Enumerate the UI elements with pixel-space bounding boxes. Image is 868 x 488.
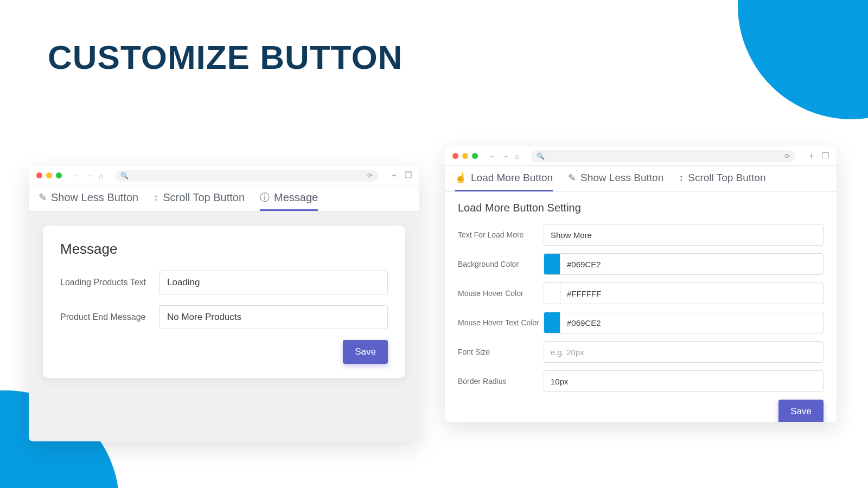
url-bar[interactable]: 🔍 ⟳ (115, 170, 378, 182)
tab-load-more-button[interactable]: ☝ Load More Button (455, 166, 553, 191)
card-title: Message (60, 241, 388, 258)
tab-scroll-top-button[interactable]: ↕ Scroll Top Button (154, 185, 245, 211)
border-radius-input[interactable] (544, 370, 824, 392)
tab-label: Scroll Top Button (688, 172, 765, 184)
browser-chrome: ← → ⌂ 🔍 ⟳ ＋ ❐ (29, 166, 419, 185)
tabs-icon[interactable]: ❐ (822, 151, 829, 161)
new-tab-icon[interactable]: ＋ (807, 151, 815, 161)
section-title: Load More Button Setting (458, 202, 824, 214)
background-color-input[interactable] (560, 253, 824, 275)
cursor-click-icon: ☝ (455, 172, 467, 184)
tab-label: Load More Button (471, 172, 553, 184)
home-icon[interactable]: ⌂ (99, 171, 103, 180)
minimize-dot-icon[interactable] (46, 172, 52, 178)
alert-circle-icon: ⓘ (260, 191, 270, 204)
hover-color-input[interactable] (560, 282, 824, 304)
tabs-icon[interactable]: ❐ (405, 170, 412, 181)
back-icon[interactable]: ← (73, 171, 80, 180)
save-button[interactable]: Save (778, 400, 824, 422)
home-icon[interactable]: ⌂ (515, 152, 519, 160)
minimize-dot-icon[interactable] (462, 153, 468, 159)
search-icon: 🔍 (120, 172, 129, 179)
tabs-bar: ✎ Show Less Button ↕ Scroll Top Button ⓘ… (29, 185, 419, 211)
scroll-vertical-icon: ↕ (679, 172, 684, 184)
end-message-input[interactable] (159, 305, 388, 329)
tab-message[interactable]: ⓘ Message (260, 185, 318, 211)
tab-scroll-top-button[interactable]: ↕ Scroll Top Button (679, 166, 765, 191)
page-title: CUSTOMIZE BUTTON (48, 38, 403, 76)
close-dot-icon[interactable] (452, 153, 458, 159)
hover-color-label: Mouse Hover Color (458, 289, 544, 298)
hover-color-swatch[interactable] (544, 282, 560, 304)
back-icon[interactable]: ← (489, 152, 496, 160)
forward-icon[interactable]: → (86, 171, 93, 180)
browser-chrome: ← → ⌂ 🔍 ⟳ ＋ ❐ (445, 146, 837, 166)
traffic-lights (452, 153, 478, 159)
search-icon: 🔍 (537, 152, 545, 160)
window-load-more-settings: ← → ⌂ 🔍 ⟳ ＋ ❐ ☝ Load More Button ✎ Show … (445, 146, 837, 422)
tabs-bar: ☝ Load More Button ✎ Show Less Button ↕ … (445, 166, 837, 192)
maximize-dot-icon[interactable] (56, 172, 62, 178)
tab-label: Message (274, 191, 318, 204)
end-message-label: Product End Message (60, 312, 159, 322)
message-card: Message Loading Products Text Product En… (43, 226, 405, 378)
forward-icon[interactable]: → (502, 152, 509, 160)
font-size-label: Font Size (458, 348, 544, 356)
border-radius-label: Border Radius (458, 377, 544, 386)
decorative-blob-top (738, 0, 868, 119)
reload-icon[interactable]: ⟳ (784, 152, 790, 160)
text-for-load-more-label: Text For Load More (458, 230, 544, 239)
loading-text-input[interactable] (159, 271, 388, 294)
tab-show-less-button[interactable]: ✎ Show Less Button (39, 185, 138, 211)
background-color-swatch[interactable] (544, 253, 560, 275)
new-tab-icon[interactable]: ＋ (390, 170, 398, 181)
maximize-dot-icon[interactable] (472, 153, 478, 159)
loading-text-label: Loading Products Text (60, 278, 159, 287)
hover-text-color-input[interactable] (560, 312, 824, 333)
save-button[interactable]: Save (343, 340, 388, 364)
tab-show-less-button[interactable]: ✎ Show Less Button (568, 166, 663, 191)
close-dot-icon[interactable] (36, 172, 42, 178)
tab-label: Show Less Button (51, 191, 138, 204)
hover-text-color-swatch[interactable] (544, 312, 560, 333)
traffic-lights (36, 172, 62, 178)
edit-icon: ✎ (568, 172, 576, 184)
scroll-vertical-icon: ↕ (154, 192, 158, 203)
edit-icon: ✎ (39, 191, 47, 203)
tab-label: Show Less Button (580, 172, 663, 184)
hover-text-color-label: Mouse Hover Text Color (458, 318, 544, 327)
window-message-settings: ← → ⌂ 🔍 ⟳ ＋ ❐ ✎ Show Less Button ↕ Scrol… (29, 166, 419, 441)
reload-icon[interactable]: ⟳ (367, 172, 373, 179)
background-color-label: Background Color (458, 260, 544, 268)
text-for-load-more-input[interactable] (544, 224, 824, 246)
font-size-input[interactable] (544, 341, 824, 363)
tab-label: Scroll Top Button (163, 191, 245, 204)
url-bar[interactable]: 🔍 ⟳ (531, 150, 795, 162)
